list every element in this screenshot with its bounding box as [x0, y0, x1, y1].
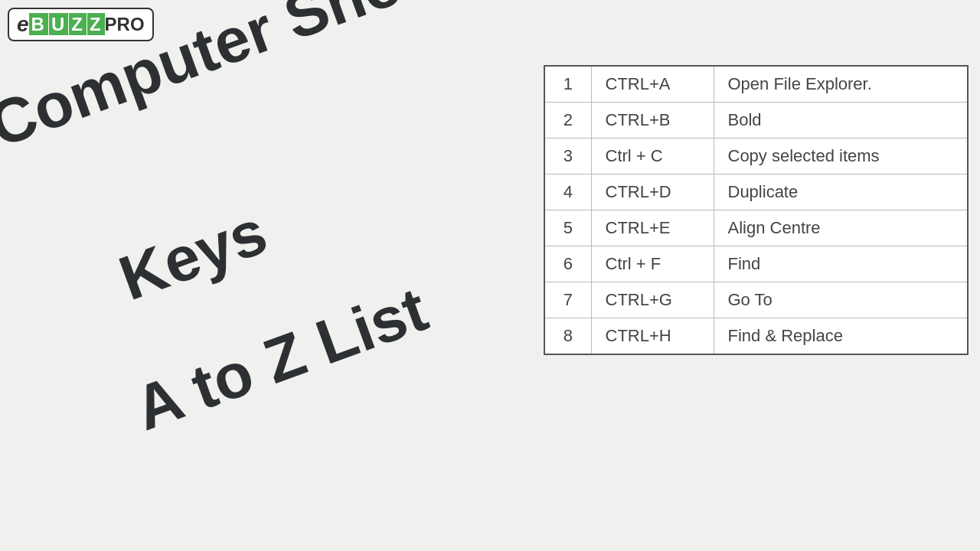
logo-z2: Z — [87, 13, 105, 35]
table-row: 4CTRL+DDuplicate — [545, 174, 967, 210]
shortcut-table-container: 1CTRL+AOpen File Explorer.2CTRL+BBold3Ct… — [544, 65, 969, 355]
shortcut-key: CTRL+E — [591, 210, 714, 246]
logo-pro: PRO — [105, 14, 145, 35]
logo-z1: Z — [69, 13, 87, 35]
shortcut-key: CTRL+G — [591, 282, 714, 318]
shortcut-description: Find — [714, 246, 967, 282]
row-number: 2 — [545, 103, 591, 139]
shortcut-description: Bold — [714, 103, 967, 139]
shortcut-key: Ctrl + C — [591, 139, 714, 174]
shortcut-key: Ctrl + F — [591, 246, 714, 282]
logo-u: U — [49, 13, 68, 35]
row-number: 4 — [545, 174, 591, 210]
shortcut-key: CTRL+A — [591, 67, 714, 103]
logo: e BUZZ PRO — [8, 8, 154, 41]
table-row: 2CTRL+BBold — [545, 103, 967, 139]
shortcut-description: Go To — [714, 282, 967, 318]
shortcut-description: Align Centre — [714, 210, 967, 246]
row-number: 5 — [545, 210, 591, 246]
row-number: 3 — [545, 139, 591, 174]
row-number: 8 — [545, 318, 591, 354]
shortcut-description: Find & Replace — [714, 318, 967, 354]
shortcut-description: Copy selected items — [714, 139, 967, 174]
shortcut-table: 1CTRL+AOpen File Explorer.2CTRL+BBold3Ct… — [545, 67, 967, 354]
table-row: 6Ctrl + FFind — [545, 246, 967, 282]
shortcut-key: CTRL+H — [591, 318, 714, 354]
shortcut-key: CTRL+B — [591, 103, 714, 139]
title-line2: Keys — [110, 196, 276, 315]
shortcut-description: Duplicate — [714, 174, 967, 210]
logo-b: B — [29, 13, 48, 35]
table-row: 1CTRL+AOpen File Explorer. — [545, 67, 967, 103]
table-row: 8CTRL+HFind & Replace — [545, 318, 967, 354]
shortcut-key: CTRL+D — [591, 174, 714, 210]
row-number: 1 — [545, 67, 591, 103]
table-row: 3Ctrl + CCopy selected items — [545, 139, 967, 174]
table-row: 5CTRL+EAlign Centre — [545, 210, 967, 246]
row-number: 7 — [545, 282, 591, 318]
logo-e: e — [17, 12, 29, 37]
table-row: 7CTRL+GGo To — [545, 282, 967, 318]
row-number: 6 — [545, 246, 591, 282]
shortcut-description: Open File Explorer. — [714, 67, 967, 103]
